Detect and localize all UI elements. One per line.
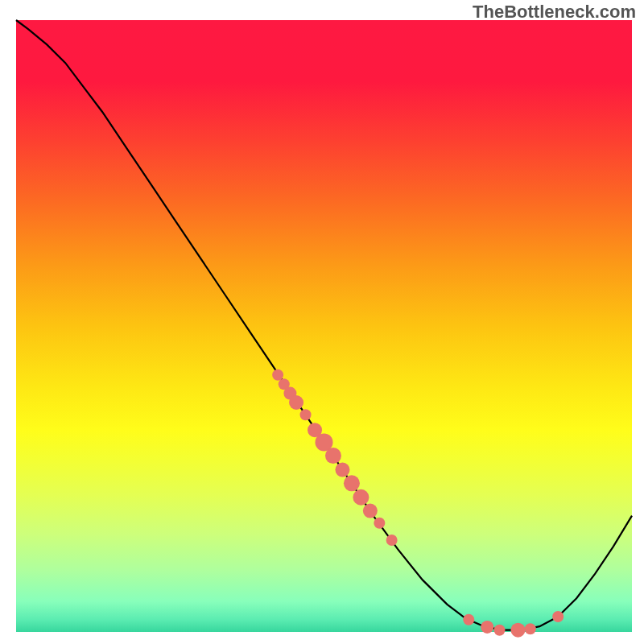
scatter-point xyxy=(481,621,493,634)
scatter-point xyxy=(463,614,474,625)
scatter-point xyxy=(525,623,536,634)
scatter-point xyxy=(363,504,378,518)
chart-svg xyxy=(0,0,644,644)
scatter-point xyxy=(510,623,525,638)
scatter-point xyxy=(374,518,385,529)
scatter-point xyxy=(325,448,341,464)
scatter-point xyxy=(272,369,283,381)
plot-background xyxy=(16,20,632,632)
chart-container: TheBottleneck.com xyxy=(0,0,644,644)
scatter-point xyxy=(335,463,349,477)
scatter-point xyxy=(353,489,369,506)
scatter-point xyxy=(289,395,303,410)
attribution-label: TheBottleneck.com xyxy=(473,2,636,23)
scatter-point xyxy=(552,611,564,622)
scatter-point xyxy=(344,475,360,491)
scatter-point xyxy=(494,625,506,636)
scatter-point xyxy=(300,409,312,420)
scatter-point xyxy=(386,535,398,546)
